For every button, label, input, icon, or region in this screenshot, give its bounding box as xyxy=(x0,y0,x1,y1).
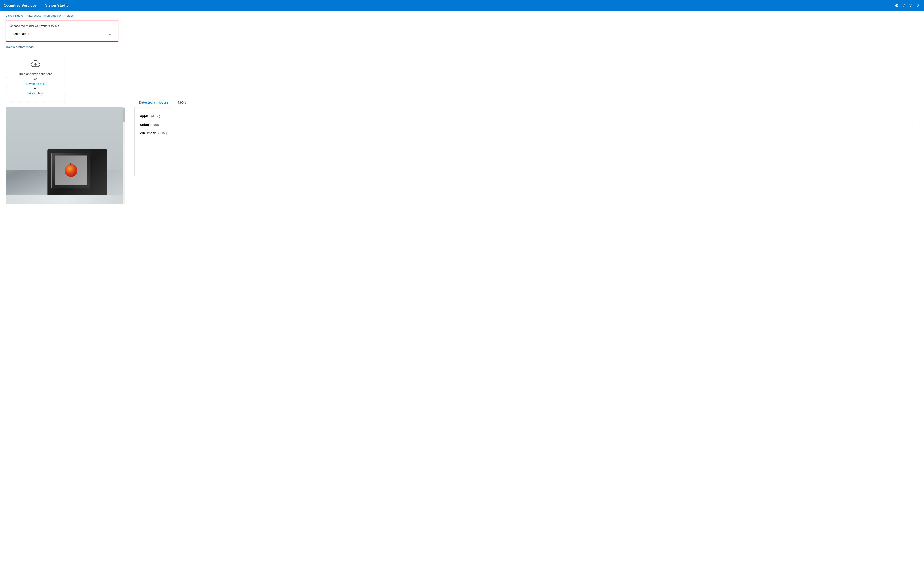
attribute-row-onion: onion (3.58%) xyxy=(140,121,913,129)
topbar-brand-area: Cognitive Services Vision Studio xyxy=(4,3,69,8)
scroll-thumb[interactable] xyxy=(123,108,125,122)
topbar: Cognitive Services Vision Studio ⚙ ? ∨ ☺ xyxy=(0,0,924,11)
model-dropdown[interactable]: contosotestmodel2model3 xyxy=(10,30,114,38)
or-text-2: or xyxy=(34,87,37,90)
settings-icon[interactable]: ⚙ xyxy=(895,3,898,8)
breadcrumb: Vision Studio > Extract common tags from… xyxy=(0,11,924,20)
attribute-name-onion: onion xyxy=(140,123,149,126)
attribute-row-apple: apple (94.0%) xyxy=(140,112,913,121)
tab-json[interactable]: JSON xyxy=(173,98,191,107)
attribute-name-apple: apple xyxy=(140,114,149,118)
main-content: Choose the model you want to try out con… xyxy=(0,20,924,204)
topbar-icons: ⚙ ? ∨ ☺ xyxy=(895,3,920,8)
image-preview-wrapper xyxy=(6,107,125,204)
help-icon[interactable]: ? xyxy=(903,3,905,8)
tabs-row: Detected attributes JSON xyxy=(134,98,918,107)
results-panel: apple (94.0%) onion (3.58%) cucumber (2.… xyxy=(134,107,918,176)
attribute-row-cucumber: cucumber (2.41%) xyxy=(140,129,913,137)
image-preview xyxy=(6,107,125,204)
breadcrumb-separator: > xyxy=(25,14,26,17)
model-selector-box: Choose the model you want to try out con… xyxy=(6,20,118,42)
user-icon[interactable]: ☺ xyxy=(916,3,920,8)
attribute-score-onion: (3.58%) xyxy=(150,123,160,126)
right-panel: Detected attributes JSON apple (94.0%) o… xyxy=(134,20,918,204)
model-dropdown-wrapper: contosotestmodel2model3 ⌄ xyxy=(10,30,114,38)
model-selector-label: Choose the model you want to try out xyxy=(10,24,114,28)
breadcrumb-current: Extract common tags from images xyxy=(28,14,74,17)
or-text-1: or xyxy=(34,77,37,81)
take-photo-link[interactable]: Take a photo xyxy=(27,92,44,95)
topbar-divider xyxy=(41,3,41,8)
attribute-score-apple: (94.0%) xyxy=(150,115,160,118)
scroll-track[interactable] xyxy=(123,107,125,204)
train-custom-model-link[interactable]: Train a custom model xyxy=(6,45,125,49)
left-panel: Choose the model you want to try out con… xyxy=(6,20,125,204)
brand-label: Cognitive Services xyxy=(4,3,37,8)
browse-file-link[interactable]: Browse for a file xyxy=(24,82,46,86)
upload-cloud-icon xyxy=(11,60,61,70)
upload-instructions: Drag and drop a file here or Browse for … xyxy=(11,72,61,96)
tab-detected-attributes[interactable]: Detected attributes xyxy=(134,98,173,107)
breadcrumb-home[interactable]: Vision Studio xyxy=(6,14,23,17)
attribute-score-cucumber: (2.41%) xyxy=(157,132,167,135)
attribute-name-cucumber: cucumber xyxy=(140,131,156,135)
app-name-label: Vision Studio xyxy=(45,3,69,8)
upload-box[interactable]: Drag and drop a file here or Browse for … xyxy=(6,53,66,103)
drag-drop-text: Drag and drop a file here xyxy=(19,72,52,76)
chevron-down-icon[interactable]: ∨ xyxy=(909,3,912,8)
microwave-image xyxy=(6,107,125,204)
